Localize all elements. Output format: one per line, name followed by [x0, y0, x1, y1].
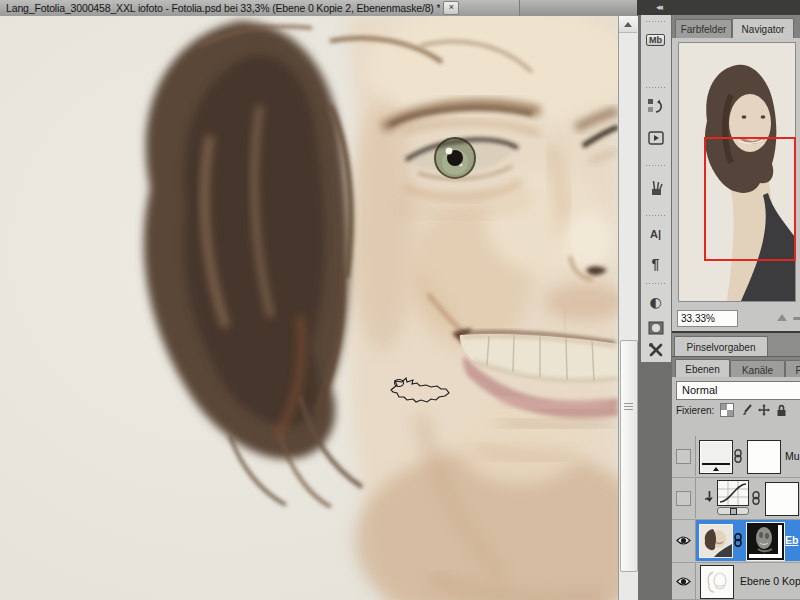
navigator-tab-bar: Farbfelder Navigator — [672, 15, 800, 38]
layers-panel: Normal Fixieren: — [672, 377, 800, 600]
canvas[interactable] — [0, 16, 618, 600]
visibility-toggle[interactable] — [672, 436, 696, 476]
eye-icon — [676, 576, 691, 587]
character-panel-icon[interactable]: A| — [643, 222, 668, 246]
link-icon — [733, 533, 743, 547]
zoom-out-icon[interactable] — [777, 314, 787, 321]
navigator-zoom-row: 33.33% — [672, 305, 800, 331]
vertical-scrollbar[interactable] — [618, 16, 638, 600]
layer-row[interactable] — [672, 478, 800, 518]
tab-farbfelder[interactable]: Farbfelder — [675, 19, 732, 39]
document-tab[interactable]: Lang_Fotolia_3000458_XXL iofoto - Fotoli… — [0, 0, 520, 16]
close-button[interactable]: × — [443, 1, 459, 15]
brush-presets-bar: Pinselvorgaben — [672, 331, 800, 358]
layer-row[interactable]: Mu — [672, 436, 800, 476]
mask-thumbnail[interactable] — [765, 482, 799, 516]
actions-icon[interactable] — [643, 126, 668, 150]
dock-separator[interactable] — [645, 282, 666, 286]
link-icon — [751, 491, 761, 505]
dock-separator[interactable] — [645, 164, 666, 168]
mask-thumbnail[interactable] — [747, 440, 781, 474]
dock-separator[interactable] — [645, 20, 666, 24]
masks-panel-icon[interactable] — [643, 316, 668, 340]
adjustment-slider — [717, 507, 749, 515]
dock-header — [637, 0, 800, 15]
layer-thumbnail[interactable] — [699, 440, 733, 474]
tab-navigator[interactable]: Navigator — [732, 18, 794, 39]
levels-slider-icon — [713, 467, 719, 471]
layer-thumbnail[interactable] — [717, 480, 749, 506]
clipping-arrow-icon — [703, 490, 713, 504]
tab-ebenen[interactable]: Ebenen — [675, 359, 730, 379]
hidden-eye-well — [676, 449, 691, 464]
layer-name: Ebene 0 Kopi — [740, 575, 800, 587]
zoom-input[interactable]: 33.33% — [677, 310, 738, 327]
lock-pixels-icon[interactable] — [740, 404, 752, 416]
layers-tab-bar: Ebenen Kanäle Pfade — [672, 356, 800, 378]
hidden-eye-well — [676, 491, 691, 506]
visibility-toggle[interactable] — [672, 563, 696, 600]
scrollbar-grip-icon — [624, 403, 633, 411]
tab-pinselvorgaben[interactable]: Pinselvorgaben — [674, 336, 768, 358]
layer-row-selected[interactable]: Eb — [672, 520, 800, 561]
mask-thumbnail-selected[interactable] — [747, 523, 784, 560]
document-tab-bar: Lang_Fotolia_3000458_XXL iofoto - Fotoli… — [0, 0, 637, 17]
mini-bridge-icon[interactable]: Mb — [643, 28, 668, 52]
zoom-slider[interactable] — [793, 317, 800, 320]
eye-icon — [676, 535, 691, 546]
adjustments-panel-icon[interactable]: ◐ — [643, 290, 668, 314]
panel-column: Farbfelder Navigator — [672, 15, 800, 600]
panel-icon-dock: Mb A| — [641, 15, 671, 362]
layer-thumbnail[interactable] — [700, 565, 734, 599]
visibility-toggle[interactable] — [672, 520, 696, 561]
lock-transparency-icon[interactable] — [720, 403, 734, 417]
scrollbar-thumb[interactable] — [620, 340, 638, 572]
blend-mode-select[interactable]: Normal — [676, 381, 800, 400]
collapse-dock-icon[interactable]: ◂◂ — [656, 2, 661, 12]
lock-label: Fixieren: — [676, 405, 714, 416]
navigator-preview[interactable] — [678, 42, 796, 302]
photoshop-window: Lang_Fotolia_3000458_XXL iofoto - Fotoli… — [0, 0, 800, 600]
navigator-panel — [672, 38, 800, 305]
brush-panel-icon[interactable] — [643, 175, 668, 199]
link-icon — [733, 449, 743, 463]
visibility-toggle[interactable] — [672, 478, 696, 518]
scroll-up-button[interactable] — [619, 16, 637, 33]
tool-presets-icon[interactable] — [643, 338, 668, 362]
dock-separator[interactable] — [645, 86, 666, 90]
layer-row[interactable]: Ebene 0 Kopi — [672, 563, 800, 600]
dock-separator[interactable] — [645, 214, 666, 218]
lock-position-icon[interactable] — [758, 404, 770, 416]
canvas-artwork — [0, 16, 618, 600]
history-icon[interactable] — [643, 94, 668, 118]
document-title: Lang_Fotolia_3000458_XXL iofoto - Fotoli… — [0, 2, 440, 14]
paragraph-panel-icon[interactable]: ¶ — [643, 252, 668, 276]
layer-name: Eb — [785, 534, 798, 546]
navigator-view-box[interactable] — [704, 137, 796, 261]
layer-name: Mu — [785, 450, 800, 462]
close-icon: × — [449, 2, 454, 12]
lock-all-icon[interactable] — [776, 404, 787, 417]
up-arrow-icon — [624, 22, 632, 27]
layer-thumbnail[interactable] — [699, 524, 733, 558]
lock-row: Fixieren: — [676, 402, 800, 418]
